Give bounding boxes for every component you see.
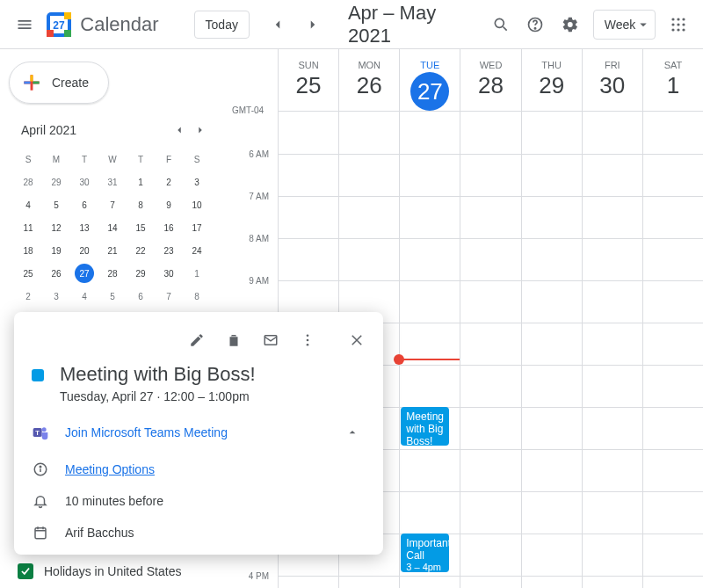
calendar-event[interactable]: Important Call3 – 4pm — [401, 534, 449, 572]
mini-day[interactable]: 1 — [127, 171, 155, 193]
event-color-icon — [32, 369, 44, 381]
svg-point-12 — [672, 23, 675, 25]
timezone-label: GMT-04 — [232, 105, 264, 115]
mini-day[interactable]: 25 — [14, 262, 42, 285]
next-period-button[interactable] — [295, 7, 330, 42]
close-icon[interactable] — [339, 323, 374, 358]
mini-day[interactable]: 4 — [14, 193, 42, 216]
day-header[interactable]: FRI30 — [582, 49, 642, 111]
dow-label: TUE — [400, 60, 460, 70]
mini-day[interactable]: 1 — [183, 262, 211, 285]
mini-day[interactable]: 17 — [183, 216, 211, 239]
mini-dow: T — [70, 148, 98, 171]
options-icon[interactable] — [290, 323, 325, 358]
day-number: 28 — [460, 72, 520, 99]
email-guests-icon[interactable] — [253, 323, 288, 358]
mini-day[interactable]: 4 — [70, 285, 98, 308]
mini-day[interactable]: 31 — [98, 171, 127, 193]
day-number: 30 — [583, 72, 642, 99]
view-label: Week — [605, 18, 636, 32]
main-menu-icon[interactable] — [7, 7, 42, 42]
prev-period-button[interactable] — [260, 7, 295, 42]
chevron-down-icon — [635, 17, 651, 33]
mini-day[interactable]: 26 — [42, 262, 70, 285]
mini-day[interactable]: 24 — [183, 239, 211, 262]
mini-day[interactable]: 29 — [127, 262, 155, 285]
svg-point-9 — [672, 18, 675, 20]
collapse-icon[interactable] — [339, 419, 366, 446]
day-header[interactable]: MON26 — [338, 49, 399, 111]
calendar-checkbox-row[interactable]: Holidays in United States — [14, 558, 211, 584]
day-number: 1 — [643, 72, 703, 99]
mini-day[interactable]: 14 — [98, 216, 127, 239]
svg-point-17 — [683, 28, 685, 31]
mini-day[interactable]: 21 — [98, 239, 127, 262]
mini-day[interactable]: 30 — [70, 171, 98, 193]
svg-point-24 — [42, 427, 47, 432]
mini-day[interactable]: 2 — [14, 285, 42, 308]
dow-label: MON — [339, 60, 399, 70]
mini-next-button[interactable] — [190, 120, 211, 141]
day-header[interactable]: SAT1 — [642, 49, 703, 111]
view-switcher[interactable]: Week — [593, 10, 656, 40]
dow-label: SAT — [643, 60, 703, 70]
checkbox-icon[interactable] — [18, 563, 33, 579]
mini-dow: S — [183, 148, 211, 171]
mini-day[interactable]: 6 — [127, 285, 155, 308]
svg-point-21 — [307, 344, 309, 346]
plus-icon — [20, 71, 43, 94]
mini-day[interactable]: 7 — [155, 285, 183, 308]
mini-day[interactable]: 12 — [42, 216, 70, 239]
svg-point-14 — [683, 23, 685, 25]
search-icon[interactable] — [483, 7, 518, 42]
day-header[interactable]: WED28 — [460, 49, 520, 111]
mini-day[interactable]: 5 — [42, 193, 70, 216]
join-meeting-link[interactable]: Join Microsoft Teams Meeting — [65, 425, 228, 439]
mini-day[interactable]: 15 — [127, 216, 155, 239]
svg-text:27: 27 — [54, 19, 66, 32]
day-header[interactable]: SUN25 — [278, 49, 338, 111]
mini-day[interactable]: 8 — [183, 285, 211, 308]
mini-day[interactable]: 28 — [14, 171, 42, 193]
svg-point-11 — [683, 18, 685, 20]
mini-day[interactable]: 20 — [70, 239, 98, 262]
organizer-label: Arif Bacchus — [65, 526, 134, 540]
mini-prev-button[interactable] — [169, 120, 190, 141]
mini-day[interactable]: 22 — [127, 239, 155, 262]
day-header[interactable]: TUE27 — [399, 49, 460, 111]
bell-icon — [32, 493, 49, 509]
mini-day[interactable]: 11 — [14, 216, 42, 239]
mini-day[interactable]: 8 — [127, 193, 155, 216]
app-title: Calendar — [80, 13, 158, 36]
mini-day[interactable]: 18 — [14, 239, 42, 262]
edit-event-icon[interactable] — [179, 323, 214, 358]
mini-day[interactable]: 30 — [155, 262, 183, 285]
mini-day[interactable]: 23 — [155, 239, 183, 262]
help-icon[interactable] — [518, 7, 554, 42]
mini-day[interactable]: 3 — [42, 285, 70, 308]
google-apps-icon[interactable] — [661, 7, 696, 42]
meeting-options-link[interactable]: Meeting Options — [65, 462, 155, 476]
settings-icon[interactable] — [553, 7, 588, 42]
mini-day[interactable]: 16 — [155, 216, 183, 239]
calendar-event[interactable]: Meeting with Big Boss!12 – 1pm — [401, 407, 449, 446]
mini-day[interactable]: 28 — [98, 262, 127, 285]
mini-day[interactable]: 2 — [155, 171, 183, 193]
dow-label: WED — [460, 60, 520, 70]
mini-day[interactable]: 6 — [70, 193, 98, 216]
mini-day[interactable]: 27 — [70, 262, 98, 285]
today-button[interactable]: Today — [194, 11, 250, 39]
mini-day[interactable]: 29 — [42, 171, 70, 193]
mini-day[interactable]: 7 — [98, 193, 127, 216]
mini-day[interactable]: 5 — [98, 285, 127, 308]
day-header[interactable]: THU29 — [521, 49, 582, 111]
mini-day[interactable]: 10 — [183, 193, 211, 216]
delete-event-icon[interactable] — [216, 323, 251, 358]
mini-day[interactable]: 3 — [183, 171, 211, 193]
mini-day[interactable]: 19 — [42, 239, 70, 262]
mini-day[interactable]: 9 — [155, 193, 183, 216]
hour-label: 7 AM — [230, 192, 269, 201]
day-number: 26 — [339, 72, 399, 99]
create-button[interactable]: Create — [9, 62, 109, 104]
mini-day[interactable]: 13 — [70, 216, 98, 239]
